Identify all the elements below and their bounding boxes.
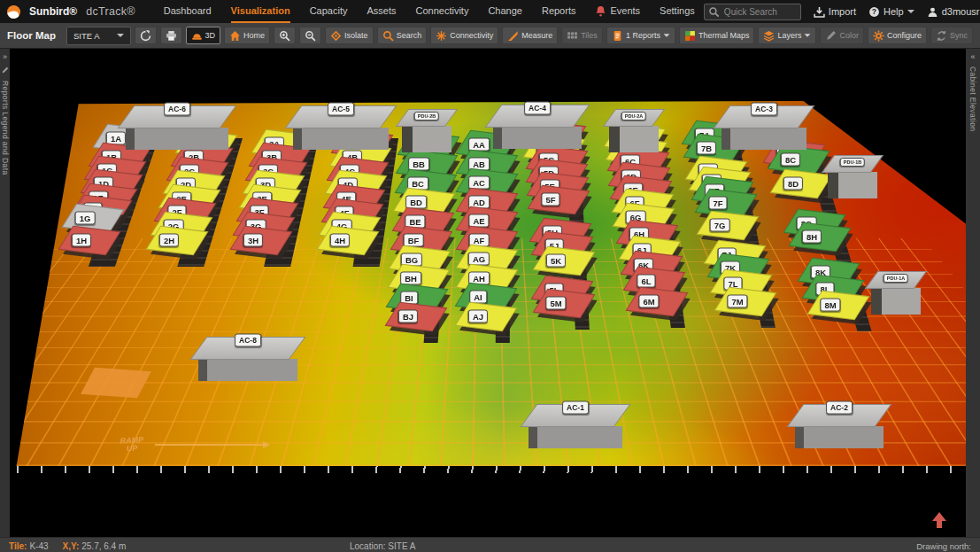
toolbar-button-zoom-in[interactable]	[274, 27, 296, 44]
toolbar-button-reports[interactable]: 1 Reports	[606, 27, 675, 44]
ac-unit-ac-4[interactable]: AC-4	[493, 105, 582, 149]
ac-unit-ac-2[interactable]: AC-2	[795, 404, 884, 448]
toolbar-button-home[interactable]: Home	[224, 27, 270, 44]
help-menu[interactable]: ?Help	[868, 6, 914, 18]
toolbar-button-search[interactable]: Search	[377, 27, 428, 44]
status-bar: Tile: K-43 X,Y: 25.7, 6.4 m Location: SI…	[0, 537, 980, 552]
tile-value: K-43	[29, 541, 48, 551]
ac-unit-label: AC-6	[164, 103, 190, 116]
pdu-pdu-1b[interactable]: PDU-1B	[828, 155, 877, 198]
nav-item-label: Reports	[542, 5, 576, 16]
ac-unit-ac-6[interactable]: AC-6	[126, 105, 228, 150]
ac-front	[126, 128, 228, 150]
ac-front	[529, 426, 622, 448]
tiles-icon	[567, 30, 578, 42]
cabinet-label: 5K	[546, 254, 566, 268]
ac-unit-ac-3[interactable]: AC-3	[721, 105, 806, 150]
ac-unit-label: AC-4	[524, 102, 551, 115]
main-nav: DashboardVisualizationCapacityAssetsConn…	[164, 0, 695, 23]
toolbar-button-mode-3d[interactable]: 3D	[186, 27, 221, 44]
cabinet-label: 6M	[638, 295, 659, 308]
zoomout-icon	[305, 30, 316, 42]
bell-icon	[595, 5, 606, 17]
xy-value: 25.7, 6.4 m	[81, 541, 126, 551]
floor-map-canvas[interactable]: 1A1B1C1D1E1F1G1H2A2B2C2D2E2F2G2H3A3B3C3D…	[10, 49, 966, 537]
cabinet-label: 7M	[727, 295, 747, 308]
ac-front	[493, 127, 582, 149]
toolbar-button-tiles[interactable]: Tiles	[561, 27, 603, 44]
cabinet-label: BJ	[398, 310, 418, 323]
import-menu[interactable]: Import	[814, 6, 856, 18]
search-icon	[382, 30, 394, 42]
pdu-pdu-2b[interactable]: PDU-2B	[402, 109, 451, 152]
toolbar-button-configure[interactable]: Configure	[868, 27, 927, 44]
zoomin-icon	[279, 30, 290, 42]
nav-item-assets[interactable]: Assets	[367, 0, 396, 23]
quick-search[interactable]	[704, 4, 801, 20]
ac-unit-ac-1[interactable]: AC-1	[529, 404, 622, 448]
floor-map-toolbar: Floor Map SITE A 3DHomeIsolateSearchConn…	[0, 23, 980, 49]
toolbar-button-connectivity[interactable]: Connectivity	[430, 27, 498, 44]
ac-unit-ac-5[interactable]: AC-5	[293, 105, 389, 150]
ac-front	[198, 359, 297, 381]
nav-item-capacity[interactable]: Capacity	[310, 0, 348, 23]
status-xy: X,Y: 25.7, 6.4 m	[63, 541, 127, 551]
nav-item-label: Dashboard	[164, 5, 212, 16]
user-icon	[927, 6, 938, 18]
cabinet-label: 7F	[708, 197, 727, 210]
ac-unit-ac-8[interactable]: AC-8	[198, 337, 297, 381]
top-navigation-bar: Sunbird® dcTrack® DashboardVisualization…	[0, 0, 980, 23]
ac-front	[293, 128, 389, 150]
ac-unit-label: AC-8	[235, 334, 261, 347]
measure-icon	[507, 30, 519, 42]
status-tile: Tile: K-43	[9, 541, 49, 551]
pdu-label: PDU-1A	[884, 274, 908, 283]
pdu-pdu-2a[interactable]: PDU-2A	[609, 109, 659, 152]
toolbar-button-refresh[interactable]	[135, 27, 157, 44]
pdu-pdu-1a[interactable]: PDU-1A	[871, 271, 921, 315]
user-menu[interactable]: d3mousr1	[927, 6, 980, 18]
toolbar-button-label: Layers	[777, 31, 801, 40]
product-name: dcTrack®	[86, 5, 135, 18]
isolate-icon	[330, 30, 342, 42]
toolbar-button-sync[interactable]: Sync	[930, 27, 973, 44]
tile-label: Tile:	[9, 541, 27, 551]
collapse-panel-icon[interactable]: «	[970, 53, 975, 60]
site-select-value: SITE A	[73, 31, 100, 41]
toolbar-button-layers[interactable]: Layers	[758, 27, 816, 44]
nav-item-dashboard[interactable]: Dashboard	[164, 0, 212, 23]
nav-item-connectivity[interactable]: Connectivity	[415, 0, 468, 23]
nav-item-visualization[interactable]: Visualization	[231, 0, 290, 23]
nav-item-settings[interactable]: Settings	[660, 0, 695, 23]
nav-item-change[interactable]: Change	[488, 0, 522, 23]
toolbar-button-thermal-maps[interactable]: Thermal Maps	[679, 27, 755, 44]
sync-icon	[936, 30, 947, 42]
ramp-arrow-icon	[155, 444, 268, 446]
toolbar-button-zoom-out[interactable]	[299, 27, 321, 44]
toolbar-button-print[interactable]	[160, 27, 182, 44]
ramp-label: RAMP UP	[116, 436, 149, 454]
edit-pencil-icon[interactable]	[1, 66, 9, 74]
help-icon: ?	[868, 6, 880, 18]
nav-item-label: Connectivity	[415, 5, 468, 16]
toolbar-button-label: 1 Reports	[626, 31, 660, 40]
pdu-label: PDU-2A	[621, 112, 646, 121]
quick-search-input[interactable]	[722, 6, 795, 18]
cabinet-label: 4H	[330, 234, 350, 247]
toolbar-button-measure[interactable]: Measure	[502, 27, 558, 44]
xy-label: X,Y:	[63, 541, 80, 551]
cabinet-label: 1G	[75, 212, 96, 225]
cabinet-label: 8H	[802, 230, 822, 244]
nav-item-reports[interactable]: Reports	[542, 0, 576, 23]
site-select[interactable]: SITE A	[66, 27, 131, 45]
drawing-north-label: Drawing north:	[916, 541, 971, 551]
nav-item-events[interactable]: Events	[595, 0, 640, 23]
toolbar-button-isolate[interactable]: Isolate	[325, 27, 374, 44]
top-actions: Import?Helpd3mousr1	[814, 6, 980, 18]
nav-item-label: Capacity	[310, 5, 348, 16]
brand-name: Sunbird®	[29, 5, 77, 18]
nav-item-label: Visualization	[231, 5, 290, 16]
gear-icon	[873, 30, 884, 42]
toolbar-button-color[interactable]: Color	[820, 27, 864, 44]
expand-panel-icon[interactable]: »	[3, 53, 7, 60]
